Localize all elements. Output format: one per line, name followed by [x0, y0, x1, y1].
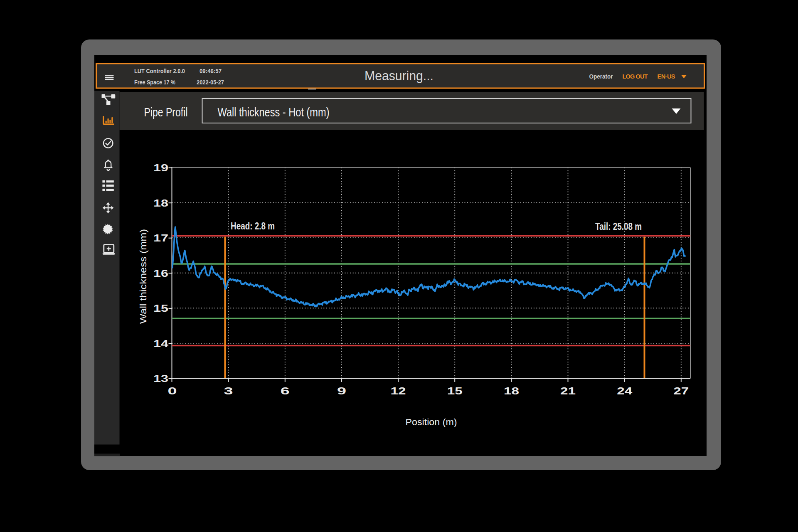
- svg-text:9: 9: [337, 386, 346, 397]
- svg-text:16: 16: [153, 268, 168, 279]
- svg-text:12: 12: [391, 386, 406, 397]
- svg-text:EN-US: EN-US: [658, 73, 675, 80]
- svg-text:2022-05-27: 2022-05-27: [197, 79, 224, 86]
- svg-text:Wall thickness (mm): Wall thickness (mm): [138, 229, 148, 324]
- svg-text:15: 15: [153, 303, 168, 314]
- svg-text:LOG OUT: LOG OUT: [623, 73, 648, 80]
- svg-text:Tail: 25.08 m: Tail: 25.08 m: [595, 221, 642, 232]
- svg-text:LUT Controller 2.0.0: LUT Controller 2.0.0: [134, 68, 185, 74]
- svg-text:09:46:57: 09:46:57: [200, 68, 222, 74]
- svg-text:Pipe Profil: Pipe Profil: [144, 105, 188, 119]
- svg-text:27: 27: [673, 386, 689, 397]
- svg-text:3: 3: [224, 386, 233, 397]
- svg-text:15: 15: [447, 386, 463, 397]
- svg-text:19: 19: [153, 163, 168, 173]
- svg-text:Free Space 17 %: Free Space 17 %: [134, 79, 175, 86]
- svg-text:24: 24: [617, 386, 632, 397]
- svg-text:Head: 2.8 m: Head: 2.8 m: [231, 220, 275, 232]
- svg-text:Wall thickness - Hot (mm): Wall thickness - Hot (mm): [218, 105, 330, 119]
- svg-text:14: 14: [153, 338, 168, 349]
- svg-text:17: 17: [153, 233, 168, 244]
- svg-text:13: 13: [153, 373, 168, 384]
- svg-text:0: 0: [168, 386, 177, 397]
- svg-text:18: 18: [153, 198, 168, 209]
- svg-text:21: 21: [560, 386, 576, 397]
- svg-text:Position (m): Position (m): [406, 417, 457, 427]
- svg-text:18: 18: [504, 386, 519, 397]
- svg-text:Measuring...: Measuring...: [365, 68, 433, 83]
- svg-text:6: 6: [281, 386, 290, 397]
- svg-text:Operator: Operator: [589, 73, 613, 80]
